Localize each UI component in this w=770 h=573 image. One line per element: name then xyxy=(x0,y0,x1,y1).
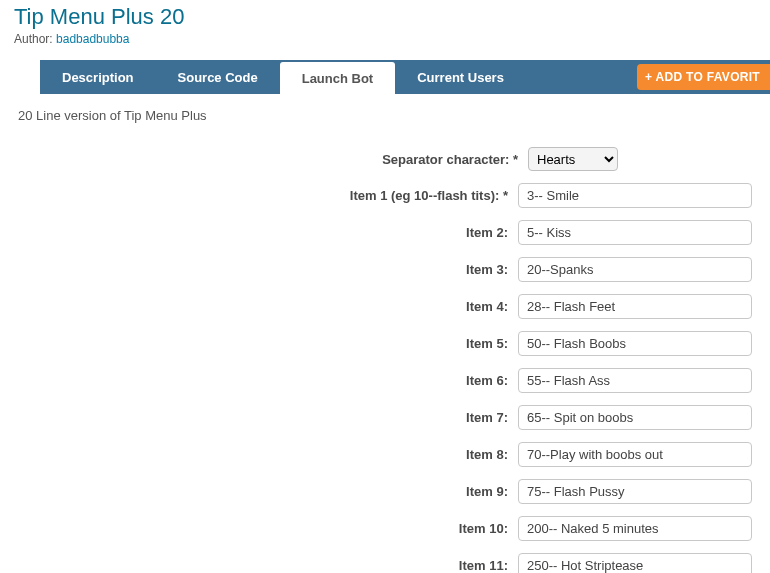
item5-label: Item 5: xyxy=(18,336,518,351)
page-title: Tip Menu Plus 20 xyxy=(0,0,770,32)
separator-select[interactable]: Hearts xyxy=(528,147,618,171)
bot-description: 20 Line version of Tip Menu Plus xyxy=(18,108,752,123)
item4-label: Item 4: xyxy=(18,299,518,314)
separator-label: Separator character: * xyxy=(18,152,528,167)
tab-bar: Description Source Code Launch Bot Curre… xyxy=(40,60,770,94)
item11-input[interactable] xyxy=(518,553,752,573)
item8-input[interactable] xyxy=(518,442,752,467)
item7-label: Item 7: xyxy=(18,410,518,425)
add-to-favorites-button[interactable]: + ADD TO FAVORIT xyxy=(637,64,770,90)
tab-launch-bot[interactable]: Launch Bot xyxy=(280,62,396,94)
item3-input[interactable] xyxy=(518,257,752,282)
item10-input[interactable] xyxy=(518,516,752,541)
item9-input[interactable] xyxy=(518,479,752,504)
item1-input[interactable] xyxy=(518,183,752,208)
item10-label: Item 10: xyxy=(18,521,518,536)
tab-source-code[interactable]: Source Code xyxy=(156,60,280,94)
item3-label: Item 3: xyxy=(18,262,518,277)
author-label: Author: xyxy=(14,32,56,46)
item6-label: Item 6: xyxy=(18,373,518,388)
item8-label: Item 8: xyxy=(18,447,518,462)
item6-input[interactable] xyxy=(518,368,752,393)
item5-input[interactable] xyxy=(518,331,752,356)
item7-input[interactable] xyxy=(518,405,752,430)
item11-label: Item 11: xyxy=(18,558,518,573)
item1-label: Item 1 (eg 10--flash tits): * xyxy=(18,188,518,203)
author-link[interactable]: badbadbubba xyxy=(56,32,129,46)
item9-label: Item 9: xyxy=(18,484,518,499)
tab-description[interactable]: Description xyxy=(40,60,156,94)
content-area: 20 Line version of Tip Menu Plus Separat… xyxy=(0,94,770,573)
tab-current-users[interactable]: Current Users xyxy=(395,60,526,94)
tabbar-spacer xyxy=(526,60,637,94)
item4-input[interactable] xyxy=(518,294,752,319)
item2-label: Item 2: xyxy=(18,225,518,240)
item2-input[interactable] xyxy=(518,220,752,245)
author-line: Author: badbadbubba xyxy=(0,32,770,60)
